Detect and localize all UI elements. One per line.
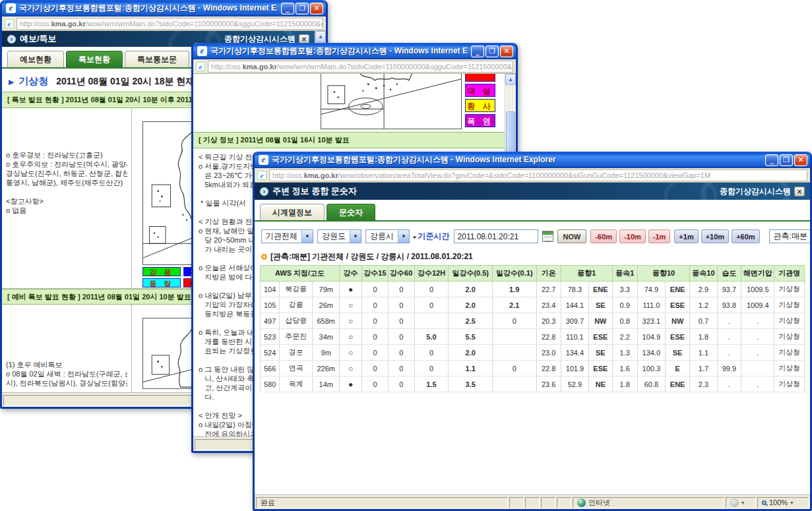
col-rain: 강수 <box>340 266 362 282</box>
zoom-control[interactable]: 100% ▾ <box>757 497 809 508</box>
close-button[interactable]: ✕ <box>794 154 807 166</box>
cell-no: 580 <box>261 376 280 392</box>
time-step-button-+60m[interactable]: +60m <box>732 229 759 243</box>
url-field[interactable]: http://oss.kma.go.kr/wow/observation/are… <box>269 169 807 181</box>
now-button[interactable]: NOW <box>557 229 587 243</box>
titlebar[interactable]: e 국가기상기후정보통합웹포털:종합기상감시시스템 - Windows Inte… <box>255 152 810 168</box>
titlebar[interactable]: e 국가기상기후정보통합웹포털:종합기상감시시스템 - Windows Inte… <box>2 0 326 16</box>
titlebar[interactable]: e 국가기상기후정보통합웹포털:종합기상감시시스템 - Windows Inte… <box>193 43 516 59</box>
tab-문숫자[interactable]: 문숫자 <box>327 204 375 220</box>
system-badge: 종합기상감시시스템 <box>720 186 791 197</box>
cell-r60: 0 <box>388 282 414 297</box>
cell-wd1c: ESE <box>588 329 612 345</box>
cell-wd10: 100.3 <box>637 361 665 376</box>
org-select[interactable]: 기관전체▼ <box>261 229 313 243</box>
interval-select[interactable]: 관측:매분▼ <box>769 229 810 243</box>
legend-item <box>465 74 495 82</box>
cell-alt: 26m <box>313 297 340 313</box>
col-aws: AWS 지점/고도 <box>261 266 340 282</box>
time-step-button-+10m[interactable]: +10m <box>701 229 729 243</box>
cell-name: 강릉 <box>280 297 313 313</box>
text-line: 경상남도(진주시, 하동군, 산청군, 합천군, <box>6 169 127 178</box>
cell-press: . <box>741 329 774 345</box>
plus-buttons: +1m+10m+60m <box>674 229 759 243</box>
weather-info-bar: [ 기상 정보 ] 2011년 08월 01일 16시 10분 발표 <box>193 132 505 148</box>
scroll-up-icon[interactable]: ▲ <box>315 31 326 42</box>
cell-wd1: 52.9 <box>561 376 588 392</box>
sigungu-select[interactable]: 강릉시▼ <box>365 229 410 243</box>
cell-r12: 5.0 <box>414 329 449 345</box>
tab-시계열정보[interactable]: 시계열정보 <box>260 204 325 220</box>
cell-d05: 2.0 <box>449 345 493 361</box>
status-bar: 완료 인터넷 ▾ 100% ▾ <box>255 495 810 509</box>
calendar-icon[interactable] <box>542 231 553 242</box>
time-step-button--60m[interactable]: -60m <box>590 229 617 243</box>
text-line: (1) 호우 예비특보 <box>6 360 127 369</box>
url-field[interactable]: http://oss.kma.go.kr/wow/wrn/wrnMain.do?… <box>16 18 323 30</box>
close-button[interactable]: ✕ <box>310 3 323 15</box>
table-row-104: 104북강릉79m●0002.01.922.778.3ENE3.374.9ENE… <box>261 282 805 297</box>
korea-map-drawing <box>321 74 461 129</box>
base-time-input[interactable] <box>454 229 538 243</box>
tab-예보현황[interactable]: 예보현황 <box>7 51 64 67</box>
maximize-button[interactable]: ❐ <box>485 45 499 57</box>
time-step-button--1m[interactable]: -1m <box>648 229 671 243</box>
minimize-button[interactable]: _ <box>765 154 778 166</box>
cell-wd1c: SE <box>588 297 612 313</box>
cell-d01 <box>492 345 536 361</box>
time-step-button--10m[interactable]: -10m <box>619 229 646 243</box>
url-field[interactable]: http://oss.kma.go.kr/wow/wrn/wrnMain.do?… <box>208 61 513 73</box>
page-content: › 주변 정보 종합 문숫자 종합기상감시시스템 × 시계열정보문숫자 기관전체… <box>255 183 810 509</box>
maximize-button[interactable]: ❐ <box>780 154 793 166</box>
cell-d05: 2.0 <box>449 282 493 297</box>
time-step-button-+1m[interactable]: +1m <box>674 229 698 243</box>
cell-ws1: 0.9 <box>612 297 637 313</box>
col-press: 해면기압 <box>741 266 774 282</box>
pre-warning-text-panel: (1) 호우 예비특보o 08월 02일 새벽 : 전라남도(구례군, 순천시)… <box>2 305 132 393</box>
rain-open-icon: ○ <box>340 329 362 345</box>
table-row-497: 497삽당령658m○002.5020.3309.7NW0.8323.1NW0.… <box>261 313 805 329</box>
cell-d05: 2.0 <box>449 297 493 313</box>
col-hum: 습도 <box>717 266 741 282</box>
minimize-button[interactable]: _ <box>471 45 484 57</box>
sido-select[interactable]: 강원도▼ <box>317 229 361 243</box>
maximize-button[interactable]: ❐ <box>296 3 309 15</box>
cell-r12 <box>414 313 449 329</box>
text-line: o 08월 02일 새벽 : 전라남도(구례군, 순천 <box>6 369 127 378</box>
cell-wd10: 323.1 <box>637 313 665 329</box>
tab-bar: 시계열정보문숫자 <box>255 200 810 222</box>
cell-wd1c: ESE <box>588 361 612 376</box>
cell-ws1: 1.6 <box>612 361 637 376</box>
table-row-580: 580옥계14m●001.53.523.652.9NE1.860.8ENE2.3… <box>261 376 805 392</box>
tab-특보통보문[interactable]: 특보통보문 <box>125 51 189 67</box>
col-temp: 기온 <box>536 266 561 282</box>
tab-특보현황[interactable]: 특보현황 <box>66 51 123 67</box>
arrow-circle-icon: › <box>260 187 268 196</box>
aws-observation-table: AWS 지점/고도 강수 강수15 강수60 강수12H 일강수(0.5) 일강… <box>260 265 805 392</box>
rain-filled-icon: ● <box>340 282 362 297</box>
badge-close-icon[interactable]: × <box>794 187 805 196</box>
table-row-524: 524경포9m○0002.023.0134.4SE1.3134.0SE1.1..… <box>261 345 805 361</box>
close-button[interactable]: ✕ <box>500 45 513 57</box>
minimize-button[interactable]: _ <box>281 3 294 15</box>
protected-mode-indicator[interactable]: ▾ <box>726 497 756 508</box>
cell-d01: 0 <box>492 313 536 329</box>
col-d05: 일강수(0.5) <box>449 266 493 282</box>
cell-temp: 23.6 <box>536 376 561 392</box>
text-line: <참고사항> <box>6 196 127 206</box>
cell-r15: 0 <box>362 297 389 313</box>
agency-link[interactable]: 기상청 <box>18 75 48 86</box>
scroll-up-icon[interactable]: ▲ <box>505 74 516 85</box>
text-line: o 호우주의보 : 전라남도(여수시, 광양시), <box>6 160 127 169</box>
cell-r12: 0 <box>414 345 449 361</box>
cell-r60: 0 <box>388 376 414 392</box>
chevron-down-icon: ▼ <box>301 230 313 243</box>
rain-open-icon: ○ <box>340 345 362 361</box>
cell-r60: 0 <box>388 361 414 376</box>
cell-alt: 14m <box>313 376 340 392</box>
cell-org: 기상청 <box>774 329 804 345</box>
cell-name: 옥계 <box>280 376 313 392</box>
cell-ws1: 1.8 <box>612 376 637 392</box>
legend-item-대설: 대 설 <box>465 84 495 97</box>
cell-r15: 0 <box>362 313 389 329</box>
